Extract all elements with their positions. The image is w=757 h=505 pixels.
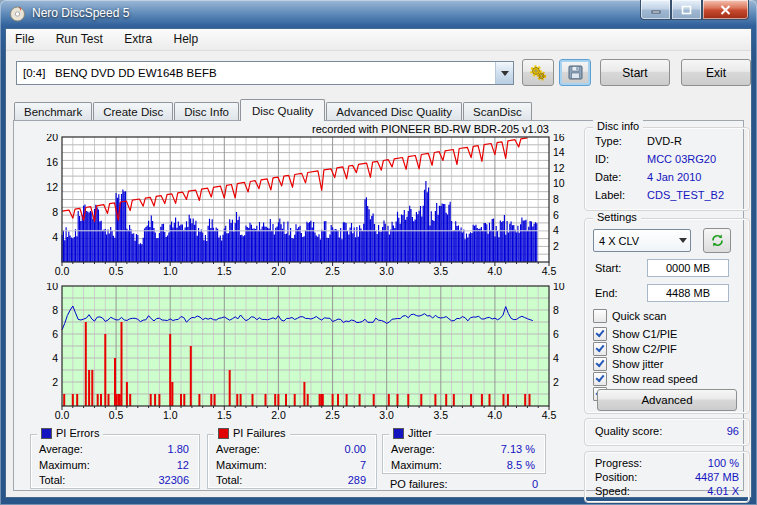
- pi-failures-panel: PI Failures Average:0.00 Maximum:7 Total…: [207, 434, 377, 489]
- po-failures-value: 0: [532, 478, 538, 490]
- disc-info-title: Disc info: [593, 120, 643, 132]
- save-button[interactable]: [559, 59, 591, 86]
- show-jitter-label: Show jitter: [612, 358, 663, 370]
- svg-text:2.0: 2.0: [271, 409, 286, 421]
- speed-label: Speed:: [595, 485, 630, 497]
- svg-text:2.5: 2.5: [325, 409, 340, 421]
- quick-scan-label: Quick scan: [612, 310, 666, 322]
- position-label: Position:: [595, 471, 637, 483]
- svg-text:0.5: 0.5: [109, 409, 124, 421]
- show-read-speed-checkbox[interactable]: [593, 372, 607, 386]
- checkbox-show-c1-pie[interactable]: Show C1/PIE: [593, 327, 677, 341]
- show-jitter-checkbox[interactable]: [593, 357, 607, 371]
- settings-group: Settings 4 X CLV Start: End:: [584, 218, 750, 414]
- menu-help[interactable]: Help: [165, 29, 208, 48]
- quality-score-label: Quality score:: [595, 425, 662, 437]
- jitter-maximum-label: Maximum:: [391, 458, 442, 473]
- pi-failures-maximum: 7: [360, 458, 366, 473]
- svg-text:3.0: 3.0: [379, 409, 394, 421]
- start-button-label: Start: [622, 66, 647, 80]
- svg-text:8: 8: [52, 206, 58, 218]
- show-c1-pie-label: Show C1/PIE: [612, 328, 677, 340]
- svg-text:10: 10: [553, 177, 565, 189]
- maximize-button[interactable]: [671, 0, 702, 20]
- pif-jitter-chart: 2468102468100.00.51.01.52.02.53.03.54.04…: [22, 283, 578, 423]
- svg-text:10: 10: [46, 283, 58, 292]
- svg-text:1.5: 1.5: [217, 265, 232, 277]
- svg-text:2.5: 2.5: [325, 265, 340, 277]
- drive-select-dropdown[interactable]: [495, 62, 513, 84]
- refresh-icon: [710, 233, 725, 248]
- svg-text:6: 6: [52, 328, 58, 340]
- svg-text:20: 20: [46, 134, 58, 143]
- pi-failures-average-label: Average:: [216, 442, 260, 457]
- jitter-title: Jitter: [408, 427, 432, 439]
- menu-run-test[interactable]: Run Test: [47, 29, 112, 48]
- checkbox-show-jitter[interactable]: Show jitter: [593, 357, 663, 371]
- svg-text:3.0: 3.0: [379, 265, 394, 277]
- tab-benchmark[interactable]: Benchmark: [14, 102, 92, 121]
- title-bar: Nero DiscSpeed 5: [0, 0, 757, 28]
- svg-text:12: 12: [46, 181, 58, 193]
- po-failures-row: PO failures: 0: [390, 478, 538, 490]
- pi-errors-average: 1.80: [168, 442, 189, 457]
- disc-info-group: Disc info Type:DVD-R ID:MCC 03RG20 Date:…: [584, 127, 750, 211]
- tab-scandisc[interactable]: ScanDisc: [463, 102, 532, 121]
- advanced-button[interactable]: Advanced: [597, 389, 737, 411]
- checkbox-show-c2-pif[interactable]: Show C2/PIF: [593, 342, 677, 356]
- pi-errors-maximum: 12: [177, 458, 189, 473]
- disc-id-label: ID:: [595, 153, 609, 165]
- app-icon: [9, 5, 26, 22]
- checkbox-show-read-speed[interactable]: Show read speed: [593, 372, 698, 386]
- close-button[interactable]: [702, 0, 749, 20]
- end-input[interactable]: [647, 284, 729, 302]
- drive-select[interactable]: [0:4] BENQ DVD DD EW164B BEFB: [16, 61, 514, 85]
- jitter-legend-icon: [393, 428, 404, 439]
- svg-text:10: 10: [553, 283, 565, 292]
- svg-text:3.5: 3.5: [433, 265, 448, 277]
- settings-title: Settings: [593, 211, 641, 223]
- quality-score-value: 96: [727, 425, 739, 437]
- tab-create-disc[interactable]: Create Disc: [93, 102, 173, 121]
- minimize-button[interactable]: [640, 0, 671, 20]
- pi-errors-title: PI Errors: [56, 427, 99, 439]
- menu-extra[interactable]: Extra: [115, 29, 161, 48]
- drive-select-value: [0:4] BENQ DVD DD EW164B BEFB: [17, 67, 495, 79]
- scan-speed-dropdown[interactable]: [675, 230, 690, 251]
- pi-errors-maximum-label: Maximum:: [39, 458, 90, 473]
- show-read-speed-label: Show read speed: [612, 373, 698, 385]
- show-c2-pif-label: Show C2/PIF: [612, 343, 677, 355]
- show-c2-pif-checkbox[interactable]: [593, 342, 607, 356]
- quick-scan-checkbox[interactable]: [593, 309, 607, 323]
- chevron-down-icon: [679, 238, 687, 243]
- po-failures-label: PO failures:: [390, 478, 447, 490]
- client-area: File Run Test Extra Help [0:4] BENQ DVD …: [5, 28, 752, 498]
- svg-text:4: 4: [553, 352, 559, 364]
- show-c1-pie-checkbox[interactable]: [593, 327, 607, 341]
- start-input[interactable]: [647, 259, 729, 277]
- tab-disc-info[interactable]: Disc Info: [174, 102, 239, 121]
- pi-errors-total-label: Total:: [39, 473, 65, 488]
- refresh-button[interactable]: [703, 228, 731, 253]
- pie-writespeed-chart: 481216202468101214160.00.51.01.52.02.53.…: [22, 134, 578, 280]
- menu-bar: File Run Test Extra Help: [6, 29, 751, 51]
- svg-text:8: 8: [52, 304, 58, 316]
- svg-text:4: 4: [52, 231, 58, 243]
- svg-text:0.0: 0.0: [55, 265, 70, 277]
- disc-date-label: Date:: [595, 171, 621, 183]
- disc-label: CDS_TEST_B2: [647, 189, 724, 201]
- scan-speed-select[interactable]: 4 X CLV: [593, 229, 691, 252]
- start-button[interactable]: Start: [600, 59, 670, 86]
- options-button[interactable]: [522, 59, 554, 86]
- svg-text:8: 8: [553, 193, 559, 205]
- chevron-down-icon: [501, 71, 509, 76]
- progress-group: Progress:100 % Position:4487 MB Speed:4.…: [584, 451, 750, 503]
- tab-advanced-disc-quality[interactable]: Advanced Disc Quality: [326, 102, 462, 121]
- svg-text:4.5: 4.5: [542, 409, 557, 421]
- exit-button[interactable]: Exit: [681, 59, 751, 86]
- checkbox-quick-scan[interactable]: Quick scan: [593, 309, 666, 323]
- tab-disc-quality[interactable]: Disc Quality: [240, 99, 325, 121]
- menu-file[interactable]: File: [6, 29, 43, 48]
- svg-text:4.5: 4.5: [542, 265, 557, 277]
- scan-speed-value: 4 X CLV: [594, 235, 675, 247]
